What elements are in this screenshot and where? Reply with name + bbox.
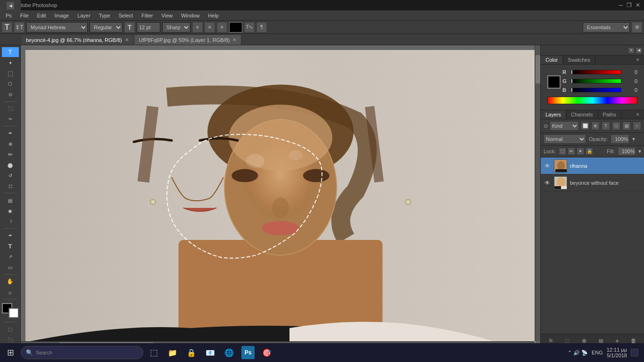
background-color[interactable] (8, 308, 19, 318)
hand-btn[interactable]: ✋ (2, 277, 19, 287)
menu-window[interactable]: Window (177, 12, 203, 19)
layers-panel-menu[interactable]: ≡ (636, 112, 642, 117)
other-app-btn[interactable]: 🎯 (258, 344, 275, 361)
marquee-tool-btn[interactable]: ⬚ (2, 68, 19, 78)
tab-beyonce-close[interactable]: ✕ (125, 37, 129, 42)
font-family-select[interactable]: Myriad Hebrew (26, 22, 88, 33)
tab-color[interactable]: Color (541, 56, 563, 64)
brush-btn[interactable]: ✏ (2, 149, 19, 159)
menu-edit[interactable]: Edit (33, 12, 50, 19)
taskbar-search[interactable]: 🔍 Search (21, 346, 143, 359)
font-size-input[interactable] (137, 22, 160, 33)
menu-layer[interactable]: Layer (74, 12, 94, 19)
opacity-input[interactable] (611, 134, 629, 144)
browser-btn[interactable]: 🌐 (221, 344, 238, 361)
anti-alias-select[interactable]: Sharp (162, 22, 190, 33)
fg-color-box[interactable] (547, 75, 561, 89)
workspace-select[interactable]: Essentials (583, 22, 630, 33)
eraser-btn[interactable]: ◻ (2, 181, 19, 191)
stamp-btn[interactable]: ⬤ (2, 160, 19, 170)
blur-btn[interactable]: ◉ (2, 206, 19, 216)
filter-icon-4[interactable]: ⬡ (612, 122, 620, 130)
eyedropper-btn[interactable]: ✒ (2, 128, 19, 138)
layer-row-beyonce[interactable]: 👁 beyonce without face (541, 174, 644, 191)
menu-type[interactable]: Type (95, 12, 114, 19)
history-btn[interactable]: ↺ (2, 171, 19, 181)
shape-btn[interactable]: ▭ (2, 262, 19, 272)
tab-layers[interactable]: Layers (541, 110, 566, 119)
mail-btn[interactable]: 📧 (202, 344, 219, 361)
fill-arrow[interactable]: ▾ (638, 148, 641, 155)
panel-collapse-btn[interactable]: ◀ (636, 47, 642, 54)
green-slider[interactable] (571, 79, 621, 83)
warp-text-icon[interactable]: T∿ (244, 22, 255, 33)
tab-ufp[interactable]: UfP8Fq6P.jpg @ 50% (Layer 1, RGB/8) ✕ (134, 34, 242, 45)
filter-icon-5[interactable]: ▤ (622, 122, 631, 130)
notification-btn[interactable] (631, 349, 638, 356)
layer-row-rihanna[interactable]: 👁 rihanna (541, 157, 644, 174)
v-scrollbar-thumb[interactable] (536, 55, 540, 83)
canvas-scrollbar-vertical[interactable] (535, 45, 540, 341)
menu-select[interactable]: Select (115, 12, 137, 19)
store-btn[interactable]: 🔒 (183, 344, 200, 361)
explorer-btn[interactable]: 📁 (164, 344, 181, 361)
crop-tool-btn[interactable]: ⬛ (2, 104, 19, 114)
panel-collapse-left[interactable]: ◀ (7, 2, 14, 9)
lock-image[interactable]: ✏ (568, 148, 575, 155)
red-slider[interactable] (571, 70, 621, 74)
fill-input[interactable] (618, 147, 636, 156)
filter-toggle[interactable]: ○ (633, 122, 641, 130)
kind-select[interactable]: Kind (550, 121, 579, 131)
layer-eye-rihanna[interactable]: 👁 (544, 162, 551, 170)
spectrum-bar[interactable] (547, 97, 637, 104)
character-palette-icon[interactable]: ¶ (256, 22, 267, 33)
gradient-btn[interactable]: ▤ (2, 195, 19, 205)
color-panel-menu[interactable]: ≡ (636, 57, 642, 63)
lock-transparency[interactable]: ⬚ (559, 148, 566, 155)
opacity-arrow[interactable]: ▾ (632, 136, 635, 142)
text-orientation-icon[interactable]: ⇕T (14, 22, 25, 33)
tab-beyonce[interactable]: beyoncé-4.jpg @ 66,7% (rihanna, RGB/8) ✕ (21, 34, 134, 45)
dodge-btn[interactable]: ☽ (2, 216, 19, 226)
lock-all[interactable]: 🔒 (586, 148, 593, 155)
task-view-btn[interactable]: ⬚ (145, 344, 162, 361)
tab-paths[interactable]: Paths (598, 110, 621, 119)
menu-filter[interactable]: Filter (138, 12, 157, 19)
filter-icon-1[interactable]: ⬜ (581, 122, 589, 130)
tab-channels[interactable]: Channels (566, 110, 598, 119)
menu-file[interactable]: File (17, 12, 33, 19)
filter-icon-3[interactable]: T (602, 122, 610, 130)
lasso-tool-btn[interactable]: ⬡ (2, 79, 19, 89)
zoom-btn[interactable]: ⌕ (2, 287, 19, 297)
slice-tool-btn[interactable]: ✂ (2, 114, 19, 124)
filter-icon-2[interactable]: ⊕ (591, 122, 600, 130)
move-tool-btn[interactable]: ✦ (2, 58, 19, 67)
lock-position[interactable]: ✦ (577, 148, 584, 155)
blue-slider[interactable] (571, 88, 621, 92)
align-left-icon[interactable]: ≡ (192, 22, 203, 33)
close-button[interactable]: ✕ (636, 2, 640, 8)
ps-task-btn[interactable]: Ps (239, 344, 256, 361)
font-style-select[interactable]: Regular (90, 22, 123, 33)
text-btn[interactable]: T (2, 241, 19, 251)
tab-ufp-close[interactable]: ✕ (232, 37, 236, 42)
type-tool-btn[interactable]: T (2, 47, 19, 57)
panel-options-btn[interactable]: ≡ (628, 47, 635, 54)
menu-help[interactable]: Help (204, 12, 223, 19)
menu-image[interactable]: Image (51, 12, 73, 19)
blend-mode-select[interactable]: Normal (544, 134, 586, 144)
tab-swatches[interactable]: Swatches (563, 56, 595, 64)
pen-btn[interactable]: ✒ (2, 230, 19, 240)
minimize-button[interactable]: ─ (619, 2, 623, 8)
align-right-icon[interactable]: ≡ (217, 22, 227, 33)
text-color-swatch[interactable] (229, 22, 242, 33)
type-tool-icon[interactable]: T (2, 22, 12, 33)
healing-btn[interactable]: ⊕ (2, 139, 19, 149)
start-button[interactable]: ⊞ (2, 344, 19, 361)
menu-ps[interactable]: Ps (2, 12, 16, 19)
canvas-area[interactable] (21, 45, 540, 347)
quick-select-btn[interactable]: ⊙ (2, 89, 19, 99)
align-center-icon[interactable]: ≡ (205, 22, 215, 33)
quick-mask-btn[interactable]: ⬚ (2, 324, 19, 334)
layer-eye-beyonce[interactable]: 👁 (544, 179, 551, 187)
